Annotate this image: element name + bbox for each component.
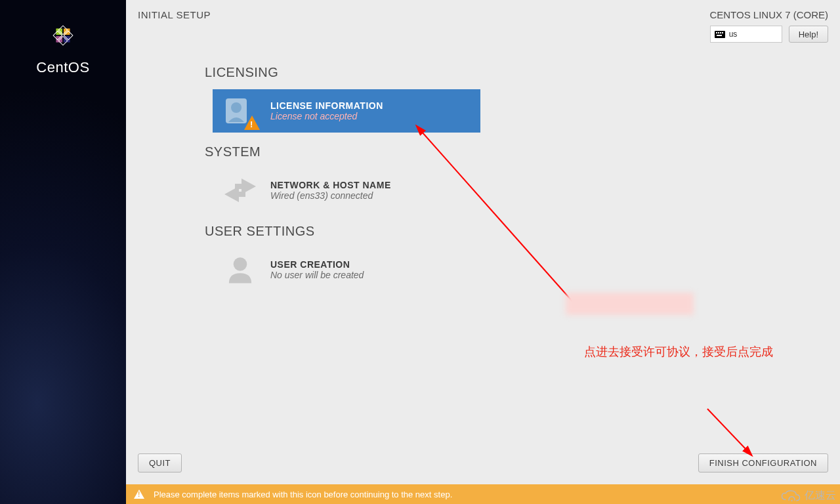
brand-name: CentOS xyxy=(36,59,89,76)
help-button[interactable]: Help! xyxy=(789,26,828,43)
user-icon xyxy=(222,255,259,285)
spoke-user-creation[interactable]: USER CREATION No user will be created xyxy=(213,248,480,291)
spoke-status: No user will be created xyxy=(270,270,364,280)
distro-label: CENTOS LINUX 7 (CORE) xyxy=(709,9,828,20)
page-title: INITIAL SETUP xyxy=(138,9,211,20)
centos-logo-icon xyxy=(47,20,79,51)
watermark: 亿速云 xyxy=(781,489,836,503)
status-message: Please complete items marked with this i… xyxy=(154,490,452,499)
license-icon xyxy=(222,96,259,126)
quit-button[interactable]: QUIT xyxy=(138,453,182,472)
bottom-bar: QUIT FINISH CONFIGURATION xyxy=(126,453,840,472)
annotation-text: 点进去接受许可协议，接受后点完成 xyxy=(584,344,773,360)
svg-point-9 xyxy=(231,102,242,113)
section-heading-licensing: LICENSING xyxy=(205,65,840,80)
annotation-redaction xyxy=(566,293,694,315)
keyboard-layout-selector[interactable]: us xyxy=(710,26,782,43)
warning-icon xyxy=(134,490,144,499)
watermark-text: 亿速云 xyxy=(805,489,836,503)
spoke-title: LICENSE INFORMATION xyxy=(270,100,383,111)
spoke-network-hostname[interactable]: NETWORK & HOST NAME Wired (ens33) connec… xyxy=(213,169,480,212)
svg-point-13 xyxy=(791,499,792,501)
finish-configuration-button[interactable]: FINISH CONFIGURATION xyxy=(698,453,828,472)
spoke-title: NETWORK & HOST NAME xyxy=(270,180,391,190)
main-area: INITIAL SETUP CENTOS LINUX 7 (CORE) us H… xyxy=(126,0,840,504)
keyboard-layout-value: us xyxy=(729,30,738,39)
spoke-status: Wired (ens33) connected xyxy=(270,190,391,201)
spoke-license-information[interactable]: LICENSE INFORMATION License not accepted xyxy=(213,89,480,133)
spoke-title: USER CREATION xyxy=(270,259,364,270)
top-bar: INITIAL SETUP CENTOS LINUX 7 (CORE) us H… xyxy=(126,0,840,47)
network-icon xyxy=(222,175,259,205)
section-heading-system: SYSTEM xyxy=(205,144,840,159)
spoke-status: License not accepted xyxy=(270,111,383,121)
keyboard-icon xyxy=(715,31,725,38)
status-bar: Please complete items marked with this i… xyxy=(126,484,840,504)
svg-point-10 xyxy=(234,257,247,271)
warning-icon xyxy=(244,116,260,130)
sidebar: CentOS xyxy=(0,0,126,504)
section-heading-user: USER SETTINGS xyxy=(205,224,840,239)
